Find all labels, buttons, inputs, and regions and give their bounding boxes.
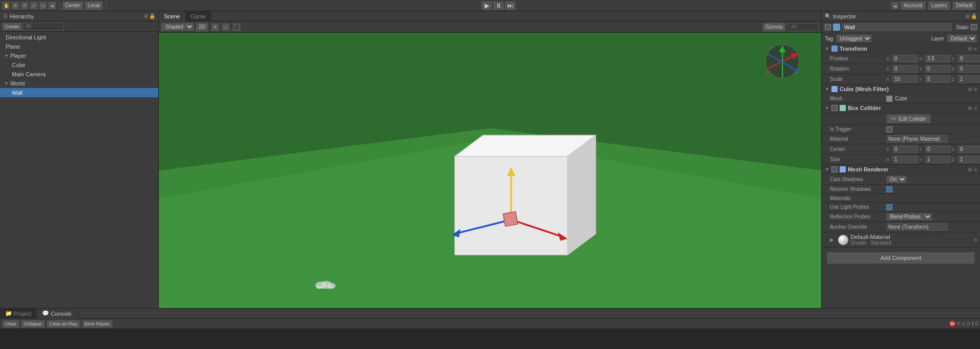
scale-z-input[interactable]: 1 (958, 75, 980, 83)
box-collider-enabled-checkbox[interactable] (831, 105, 838, 111)
list-item[interactable]: ▼ Player (0, 51, 158, 60)
shading-dropdown[interactable]: Shaded (161, 23, 194, 31)
size-y-input[interactable]: 1 (925, 156, 951, 163)
object-name-input[interactable]: Wall (842, 23, 952, 31)
mesh-renderer-enabled-checkbox[interactable] (831, 166, 838, 172)
center-x-input[interactable]: 0 (892, 145, 918, 153)
scale-x-label: X (886, 77, 891, 82)
cast-shadows-dropdown[interactable]: On (886, 176, 907, 183)
size-z-input[interactable]: 1 (958, 156, 980, 163)
mesh-filter-section-header[interactable]: ▼ Cube (Mesh Filter) ⚙ ≡ (822, 84, 980, 94)
mesh-renderer-menu-btn[interactable]: ≡ (974, 167, 977, 172)
rot-x-input[interactable]: 0 (892, 65, 918, 73)
pivot-center-btn[interactable]: Center (62, 1, 84, 10)
material-collapse-icon[interactable]: ▶ (830, 237, 834, 243)
hierarchy-expand-icon[interactable]: ⊞ (144, 13, 148, 19)
box-collider-section-header[interactable]: ▼ Box Collider ⚙ ≡ (822, 103, 980, 113)
gizmos-btn[interactable]: Gizmos (762, 23, 786, 32)
center-y-input[interactable]: 0 (925, 145, 951, 153)
2d-btn[interactable]: 2D (196, 23, 208, 32)
error-pause-btn[interactable]: Error Pause (82, 320, 113, 328)
clear-on-play-btn[interactable]: Clear on Play (47, 320, 80, 328)
scale-y-label: Y (919, 77, 924, 82)
hand-tool-icon[interactable]: ✋ (2, 2, 10, 10)
center-y-label: Y (919, 147, 924, 152)
clear-btn[interactable]: Clear (2, 320, 19, 328)
material-info: Default-Material Shader Standard (850, 234, 972, 246)
scene-tab[interactable]: Scene (159, 11, 185, 21)
list-item[interactable]: Main Camera (0, 70, 158, 79)
project-tab[interactable]: 📁 Project (0, 309, 37, 319)
size-x-label: X (886, 157, 891, 162)
material-menu-btn[interactable]: ≡ (974, 237, 977, 243)
custom-tool-icon[interactable]: ◈ (48, 2, 56, 10)
pos-z-input[interactable]: 0 (958, 55, 980, 62)
account-button[interactable]: Account (900, 1, 926, 10)
pos-x-input[interactable]: 0 (892, 55, 918, 62)
create-button[interactable]: Create (2, 23, 22, 31)
box-collider-settings-btn[interactable]: ⚙ (968, 105, 972, 111)
reflection-probes-dropdown[interactable]: Blend Probes (886, 213, 932, 221)
size-x-input[interactable]: 1 (892, 156, 918, 163)
layers-dropdown[interactable]: Layers (928, 1, 950, 10)
use-light-probes-checkbox[interactable] (886, 204, 892, 210)
edit-collider-row: ✏ Edit Collider (822, 113, 980, 125)
rot-y-input[interactable]: 0 (925, 65, 951, 73)
mesh-filter-settings-btn[interactable]: ⚙ (968, 86, 972, 92)
hierarchy-panel: ☰ Hierarchy ⊞ 🔒 Create Directional Light… (0, 11, 159, 308)
list-item[interactable]: Directional Light (0, 33, 158, 42)
step-button[interactable]: ⏭ (505, 1, 516, 10)
tag-dropdown[interactable]: Untagged (836, 34, 872, 42)
list-item-wall[interactable]: Wall (0, 88, 158, 97)
rotate-tool-icon[interactable]: ↺ (20, 2, 29, 10)
transform-section-header[interactable]: ▼ Transform ⚙ ≡ (822, 44, 980, 54)
layer-dropdown[interactable]: Default (947, 34, 977, 42)
rot-z-input[interactable]: 0 (958, 65, 980, 73)
lighting-icon[interactable]: ☀ (211, 23, 219, 31)
game-tab[interactable]: Game (185, 11, 212, 21)
mesh-filter-menu-btn[interactable]: ≡ (974, 86, 977, 92)
console-tab[interactable]: 💬 Console (37, 309, 77, 319)
move-tool-icon[interactable]: ✛ (11, 2, 19, 10)
list-item[interactable]: ▼ World (0, 79, 158, 88)
receive-shadows-checkbox[interactable] (886, 186, 892, 192)
pause-button[interactable]: ⏸ (493, 1, 504, 10)
transform-menu-btn[interactable]: ≡ (974, 46, 977, 52)
scene-view[interactable]: x y z ◁ Persp (159, 33, 821, 308)
static-checkbox[interactable] (971, 24, 977, 30)
list-item[interactable]: Plane (0, 42, 158, 51)
mesh-renderer-settings-btn[interactable]: ⚙ (968, 167, 972, 172)
hierarchy-search[interactable] (23, 23, 64, 31)
edit-collider-btn[interactable]: ✏ Edit Collider (886, 114, 931, 123)
pivot-local-btn[interactable]: Local (85, 1, 103, 10)
audio-icon[interactable]: ♪ (222, 23, 230, 31)
pos-y-input[interactable]: 2.5 (925, 55, 951, 62)
collapse-btn[interactable]: Collapse (21, 320, 45, 328)
scene-search[interactable] (788, 23, 819, 31)
size-y-label: Y (919, 157, 924, 162)
scale-y-input[interactable]: 5 (925, 75, 951, 83)
anchor-override-input[interactable]: None (Transform) (886, 223, 948, 231)
scale-tool-icon[interactable]: ⤢ (30, 2, 38, 10)
box-collider-menu-btn[interactable]: ≡ (974, 105, 977, 111)
add-component-btn[interactable]: Add Component (827, 252, 975, 264)
rect-tool-icon[interactable]: ▭ (39, 2, 47, 10)
cloud-icon[interactable]: ☁ (891, 2, 899, 10)
is-trigger-checkbox[interactable] (886, 126, 892, 133)
hierarchy-header: ☰ Hierarchy ⊞ 🔒 (0, 11, 158, 21)
center-z-input[interactable]: 0 (958, 145, 980, 153)
object-active-checkbox[interactable] (825, 24, 831, 30)
hierarchy-lock-icon[interactable]: 🔒 (149, 13, 155, 19)
box-collider-arrow-icon: ▼ (825, 105, 829, 111)
play-button[interactable]: ▶ (481, 1, 492, 10)
receive-shadows-label: Receive Shadows (830, 186, 886, 192)
scale-x-input[interactable]: 10 (892, 75, 918, 83)
layout-dropdown[interactable]: Default (952, 1, 976, 10)
inspector-lock-icon[interactable]: 🔒 (971, 13, 977, 19)
inspector-expand-icon[interactable]: ⊞ (966, 13, 970, 19)
list-item[interactable]: Cube (0, 60, 158, 70)
transform-settings-btn[interactable]: ⚙ (968, 46, 972, 52)
mesh-renderer-section-header[interactable]: ▼ Mesh Renderer ⚙ ≡ (822, 165, 980, 174)
effects-icon[interactable]: ⬛ (233, 23, 241, 31)
collider-material-input[interactable]: None (Physic Material) (886, 135, 948, 143)
